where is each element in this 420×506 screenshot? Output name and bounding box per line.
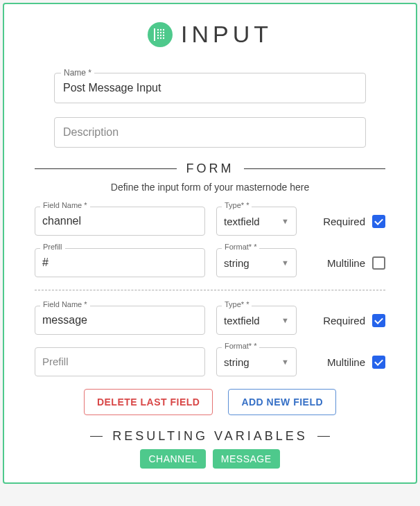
chevron-down-icon: ▼ (281, 316, 289, 324)
svg-point-9 (163, 34, 164, 35)
input-icon (148, 22, 173, 47)
multiline-checkbox[interactable] (372, 356, 385, 369)
resulting-variables: CHANNEL MESSAGE (35, 449, 385, 469)
multiline-label: Multiline (327, 257, 365, 269)
form-row: Field Name * Type* * textfield ▼ Require… (35, 207, 385, 236)
format-value: string (224, 356, 250, 368)
header-title: INPUT (181, 21, 272, 48)
delete-last-field-button[interactable]: DELETE LAST FIELD (84, 389, 213, 415)
field-name-input[interactable] (35, 306, 205, 335)
vars-section-divider: RESULTING VARIABLES (90, 429, 330, 444)
prefill-input[interactable] (35, 248, 205, 277)
form-row: Field Name * Type* * textfield ▼ Require… (35, 306, 385, 335)
svg-point-11 (160, 37, 161, 38)
svg-point-2 (160, 28, 161, 30)
field-name-label: Field Name * (40, 300, 90, 308)
form-row: Format* * string ▼ Multiline (35, 347, 385, 376)
required-label: Required (323, 216, 365, 227)
svg-point-6 (163, 31, 164, 33)
format-label: Format* * (222, 243, 259, 251)
header: INPUT (35, 21, 385, 48)
type-select[interactable]: textfield ▼ (216, 306, 297, 335)
svg-point-1 (157, 28, 159, 30)
svg-rect-0 (154, 28, 155, 41)
required-checkbox[interactable] (372, 215, 385, 228)
name-input[interactable] (54, 73, 366, 103)
svg-point-8 (160, 34, 161, 35)
svg-point-12 (163, 37, 164, 38)
form-section-title: FORM (186, 162, 234, 176)
button-row: DELETE LAST FIELD ADD NEW FIELD (35, 389, 385, 415)
format-label: Format* * (222, 342, 259, 350)
form-row: Prefill Format* * string ▼ Multiline (35, 248, 385, 277)
input-config-modal: INPUT Name * FORM Define the input form … (3, 3, 417, 484)
svg-point-5 (160, 31, 161, 33)
chevron-down-icon: ▼ (281, 259, 289, 267)
vars-section-title: RESULTING VARIABLES (112, 429, 307, 444)
variable-chip: CHANNEL (140, 449, 205, 469)
chevron-down-icon: ▼ (281, 217, 289, 225)
chevron-down-icon: ▼ (281, 358, 289, 366)
type-label: Type* * (222, 201, 252, 209)
format-select[interactable]: string ▼ (216, 248, 297, 277)
svg-point-4 (157, 31, 159, 33)
prefill-label: Prefill (40, 243, 65, 251)
format-value: string (224, 257, 250, 269)
type-label: Type* * (222, 300, 252, 308)
multiline-label: Multiline (327, 356, 365, 368)
svg-point-10 (157, 37, 159, 38)
field-name-label: Field Name * (40, 201, 90, 209)
add-new-field-button[interactable]: ADD NEW FIELD (228, 389, 336, 415)
field-separator (35, 290, 385, 290)
svg-point-7 (157, 34, 159, 35)
multiline-checkbox[interactable] (372, 256, 385, 270)
name-label: Name * (61, 68, 94, 78)
format-select[interactable]: string ▼ (216, 347, 297, 376)
required-checkbox[interactable] (372, 314, 385, 327)
description-input[interactable] (54, 117, 366, 148)
form-section-subtitle: Define the input form of your masternode… (35, 182, 385, 193)
type-select[interactable]: textfield ▼ (216, 207, 297, 236)
form-section-divider: FORM (35, 162, 385, 176)
field-name-input[interactable] (35, 207, 205, 236)
svg-point-3 (163, 28, 164, 30)
type-value: textfield (224, 315, 260, 326)
prefill-input[interactable] (35, 347, 205, 376)
type-value: textfield (224, 216, 260, 227)
variable-chip: MESSAGE (213, 449, 280, 469)
required-label: Required (323, 315, 365, 326)
